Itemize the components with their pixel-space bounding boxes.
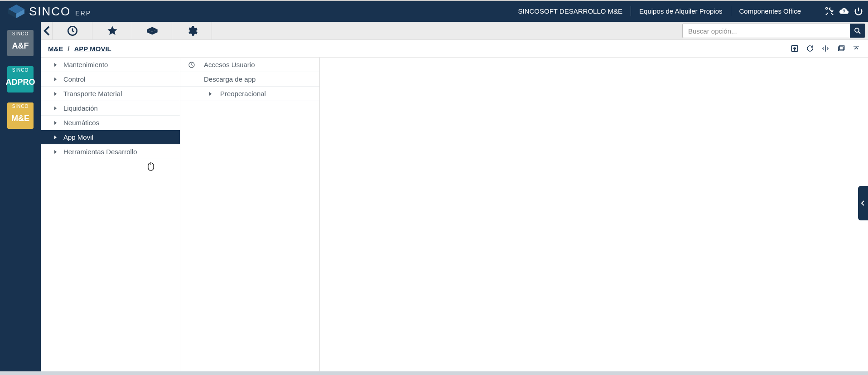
menu-item-label: App Movil <box>63 133 93 141</box>
module-rail: SINCO A&F SINCO ADPRO SINCO M&E <box>0 22 41 371</box>
refresh-icon[interactable] <box>805 44 815 53</box>
menu-item-app-movil[interactable]: App Movil <box>41 130 180 145</box>
toolbar <box>41 22 868 40</box>
breadcrumb-separator: / <box>68 45 69 53</box>
right-panel-toggle[interactable] <box>858 186 868 220</box>
module-main: M&E <box>11 110 29 127</box>
submenu-item-label: Preoperacional <box>220 90 266 97</box>
caret-right-icon <box>53 135 57 140</box>
top-link-company[interactable]: SINCOSOFT DESARROLLO M&E <box>510 6 631 16</box>
submenu-item-descarga[interactable]: Descarga de app <box>180 72 319 87</box>
logo-mark-icon <box>7 5 25 18</box>
caret-right-icon <box>53 106 57 111</box>
breadcrumb-current[interactable]: APP MOVIL <box>74 45 111 53</box>
toolbar-collapse-button[interactable] <box>41 22 53 39</box>
svg-text:?: ? <box>843 9 845 14</box>
main-menu-column: Mantenimiento Control Transporte Materia… <box>41 58 180 371</box>
help-icon[interactable]: ? <box>790 44 799 53</box>
svg-point-3 <box>826 8 828 10</box>
menu-item-herramientas[interactable]: Herramientas Desarrollo <box>41 145 180 159</box>
menu-item-label: Transporte Material <box>63 90 122 97</box>
module-top: SINCO <box>12 31 29 37</box>
module-top: SINCO <box>12 67 29 73</box>
search-group <box>682 22 868 39</box>
menu-item-label: Mantenimiento <box>63 61 108 68</box>
page-actions: ? <box>790 44 861 53</box>
power-icon[interactable] <box>854 6 863 16</box>
new-window-icon[interactable] <box>836 44 845 53</box>
submenu-item-label: Descarga de app <box>204 75 256 83</box>
breadcrumb-row: M&E / APP MOVIL ? <box>41 40 868 57</box>
menu-item-label: Liquidación <box>63 104 98 112</box>
caret-right-icon <box>53 150 57 154</box>
menu-item-liquidacion[interactable]: Liquidación <box>41 101 180 116</box>
menu-item-control[interactable]: Control <box>41 72 180 87</box>
menu-item-neumaticos[interactable]: Neumáticos <box>41 116 180 130</box>
top-link-componentes[interactable]: Componentes Office <box>731 6 809 16</box>
svg-point-9 <box>855 28 859 32</box>
module-top: SINCO <box>12 103 29 110</box>
caret-right-icon <box>53 77 57 82</box>
topbar: SINCO ERP SINCOSOFT DESARROLLO M&E Equip… <box>0 0 868 22</box>
logo-text: SINCO <box>29 5 71 19</box>
content-area <box>320 58 868 371</box>
module-main: A&F <box>12 37 29 54</box>
toolbar-settings-button[interactable] <box>172 22 212 39</box>
help-cloud-icon[interactable]: ? <box>839 6 849 16</box>
collapse-up-icon[interactable] <box>852 44 861 53</box>
tools-icon[interactable] <box>825 6 834 16</box>
module-main: ADPRO <box>6 73 35 91</box>
toolbar-package-button[interactable] <box>132 22 172 39</box>
caret-right-icon <box>208 92 212 96</box>
os-taskbar-sliver <box>0 371 868 375</box>
breadcrumb-root[interactable]: M&E <box>48 45 63 53</box>
svg-text:?: ? <box>793 46 796 51</box>
body-columns: Mantenimiento Control Transporte Materia… <box>41 57 868 371</box>
split-horizontal-icon[interactable] <box>821 44 830 53</box>
module-badge-me[interactable]: SINCO M&E <box>7 102 34 129</box>
menu-item-label: Control <box>63 75 85 83</box>
menu-item-transporte[interactable]: Transporte Material <box>41 87 180 101</box>
clock-icon <box>188 61 196 68</box>
submenu-item-accesos[interactable]: Accesos Usuario <box>180 58 319 72</box>
submenu-item-preoperacional[interactable]: Preoperacional <box>180 87 319 101</box>
search-input[interactable] <box>682 24 850 38</box>
module-badge-adpro[interactable]: SINCO ADPRO <box>7 66 34 93</box>
caret-right-icon <box>53 63 57 67</box>
caret-right-icon <box>53 92 57 96</box>
toolbar-recent-button[interactable] <box>53 22 92 39</box>
breadcrumb: M&E / APP MOVIL <box>48 45 111 53</box>
sub-menu-column: Accesos Usuario Descarga de app Preopera… <box>180 58 320 371</box>
menu-item-mantenimiento[interactable]: Mantenimiento <box>41 58 180 72</box>
search-button[interactable] <box>850 24 865 38</box>
submenu-item-label: Accesos Usuario <box>204 61 255 68</box>
workspace: M&E / APP MOVIL ? Mantenimiento <box>41 22 868 371</box>
top-link-equipos[interactable]: Equipos de Alquiler Propios <box>631 6 730 16</box>
caret-right-icon <box>53 121 57 125</box>
module-badge-af[interactable]: SINCO A&F <box>7 30 34 56</box>
app-logo[interactable]: SINCO ERP <box>7 5 91 19</box>
menu-item-label: Neumáticos <box>63 119 99 127</box>
toolbar-favorites-button[interactable] <box>92 22 132 39</box>
menu-item-label: Herramientas Desarrollo <box>63 148 137 156</box>
top-links: SINCOSOFT DESARROLLO M&E Equipos de Alqu… <box>510 6 809 16</box>
logo-suffix: ERP <box>75 10 91 17</box>
